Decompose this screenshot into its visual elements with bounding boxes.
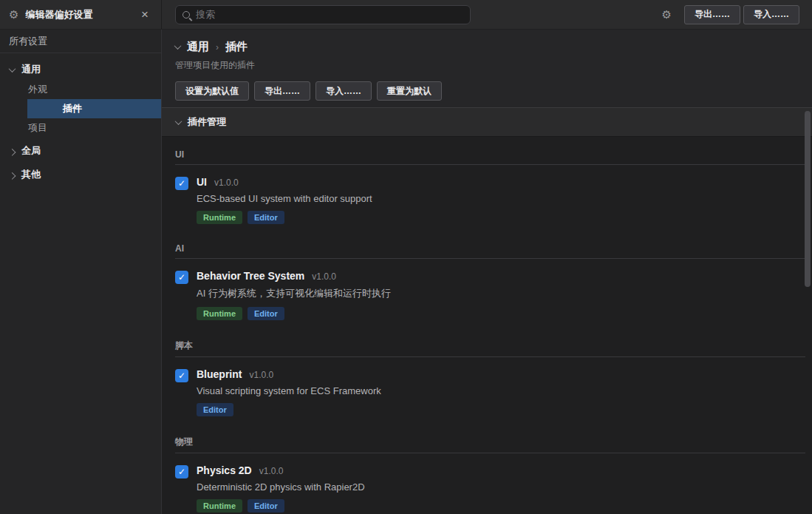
plugin-tags: Editor — [197, 403, 381, 416]
plugin-description: AI 行为树系统，支持可视化编辑和运行时执行 — [197, 287, 391, 300]
search-box[interactable] — [175, 5, 471, 24]
breadcrumb: 通用 › 插件 — [175, 40, 812, 54]
page-header: 通用 › 插件 管理项目使用的插件 设置为默认值 导出…… 导入…… 重置为默认 — [162, 30, 812, 107]
plugin-checkbox[interactable]: ✓ — [175, 177, 188, 190]
breadcrumb-parent[interactable]: 通用 — [187, 40, 209, 54]
plugin-version: v1.0.0 — [312, 271, 336, 282]
page-title: 插件 — [225, 40, 248, 54]
plugin-description: Visual scripting system for ECS Framewor… — [197, 385, 381, 396]
toolbar: ⚙ 导出…… 导入…… — [162, 0, 812, 30]
category-label: AI — [175, 243, 805, 259]
scrollbar-thumb[interactable] — [805, 111, 811, 287]
dialog-title: 编辑器偏好设置 — [25, 8, 137, 21]
search-icon — [182, 11, 190, 18]
sidebar-group-other[interactable]: 其他 — [0, 164, 161, 185]
search-input[interactable] — [196, 9, 463, 20]
plugin-category-ai: AI ✓ Behavior Tree System v1.0.0 AI 行为树系… — [175, 243, 805, 320]
sidebar-item-all-settings[interactable]: 所有设置 — [0, 30, 161, 53]
dialog-title-bar: ⚙ 编辑器偏好设置 × — [0, 0, 162, 30]
plugin-version: v1.0.0 — [214, 177, 239, 188]
import-button[interactable]: 导入…… — [743, 5, 799, 24]
sidebar-item-appearance[interactable]: 外观 — [0, 80, 161, 99]
chevron-down-icon[interactable] — [174, 42, 182, 50]
action-buttons: 设置为默认值 导出…… 导入…… 重置为默认 — [175, 81, 812, 101]
editor-badge: Editor — [248, 211, 284, 224]
plugin-checkbox[interactable]: ✓ — [175, 271, 188, 284]
body: 所有设置 通用 外观 插件 项目 全局 其他 — [0, 30, 812, 514]
editor-badge: Editor — [248, 307, 284, 320]
plugin-category-ui: UI ✓ UI v1.0.0 ECS-based UI system with … — [175, 149, 805, 224]
plugin-category-physics: 物理 ✓ Physics 2D v1.0.0 Deterministic 2D … — [175, 436, 805, 513]
settings-sidebar: 所有设置 通用 外观 插件 项目 全局 其他 — [0, 30, 162, 514]
chevron-right-icon — [9, 172, 16, 179]
plugin-row: ✓ Physics 2D v1.0.0 Deterministic 2D phy… — [175, 464, 805, 513]
sidebar-group-general[interactable]: 通用 — [0, 59, 161, 80]
preferences-window: ⚙ 编辑器偏好设置 × ⚙ 导出…… 导入…… 所有设置 通用 外观 — [0, 0, 812, 514]
plugin-info: UI v1.0.0 ECS-based UI system with edito… — [197, 176, 372, 224]
plugin-list: UI ✓ UI v1.0.0 ECS-based UI system with … — [162, 137, 812, 514]
category-label: 脚本 — [175, 339, 805, 357]
plugin-row: ✓ UI v1.0.0 ECS-based UI system with edi… — [175, 176, 805, 224]
page-subtitle: 管理项目使用的插件 — [175, 59, 812, 72]
main-panel: 通用 › 插件 管理项目使用的插件 设置为默认值 导出…… 导入…… 重置为默认… — [162, 30, 812, 514]
editor-badge: Editor — [248, 499, 284, 513]
plugin-name: Blueprint — [197, 368, 242, 380]
plugin-tags: Runtime Editor — [197, 307, 391, 320]
section-plugin-management[interactable]: 插件管理 — [162, 107, 812, 137]
settings-tree: 通用 外观 插件 项目 全局 其他 — [0, 53, 161, 185]
plugin-name: Behavior Tree System — [197, 270, 304, 282]
settings-gear-icon[interactable]: ⚙ — [662, 9, 672, 20]
plugin-tags: Runtime Editor — [197, 499, 365, 513]
sidebar-group-label: 其他 — [21, 168, 41, 181]
breadcrumb-separator: › — [216, 42, 219, 53]
plugin-description: ECS-based UI system with editor support — [197, 193, 372, 204]
plugin-info: Behavior Tree System v1.0.0 AI 行为树系统，支持可… — [197, 270, 391, 320]
plugin-version: v1.0.0 — [259, 466, 284, 476]
category-label: 物理 — [175, 436, 805, 453]
plugin-checkbox[interactable]: ✓ — [175, 465, 188, 479]
editor-badge: Editor — [197, 403, 233, 416]
plugin-row: ✓ Behavior Tree System v1.0.0 AI 行为树系统，支… — [175, 270, 805, 320]
sidebar-group-label: 全局 — [21, 144, 41, 158]
runtime-badge: Runtime — [197, 307, 242, 320]
plugin-name: UI — [197, 176, 207, 188]
plugin-category-script: 脚本 ✓ Blueprint v1.0.0 Visual scripting s… — [175, 339, 805, 416]
export-settings-button[interactable]: 导出…… — [254, 81, 310, 101]
export-button[interactable]: 导出…… — [684, 5, 740, 24]
sidebar-group-label: 通用 — [21, 63, 41, 76]
chevron-down-icon — [175, 118, 182, 125]
sidebar-item-project[interactable]: 项目 — [0, 118, 161, 138]
top-bar: ⚙ 编辑器偏好设置 × ⚙ 导出…… 导入…… — [0, 0, 812, 30]
import-settings-button[interactable]: 导入…… — [315, 81, 372, 101]
chevron-right-icon — [9, 148, 16, 155]
section-title: 插件管理 — [188, 115, 226, 129]
close-icon[interactable]: × — [137, 7, 152, 22]
runtime-badge: Runtime — [197, 211, 242, 224]
set-as-default-button[interactable]: 设置为默认值 — [175, 81, 249, 101]
gear-icon: ⚙ — [9, 9, 18, 20]
chevron-down-icon — [9, 65, 16, 72]
plugin-row: ✓ Blueprint v1.0.0 Visual scripting syst… — [175, 368, 805, 416]
plugin-name: Physics 2D — [197, 464, 252, 476]
category-label: UI — [175, 149, 805, 165]
sidebar-item-plugins[interactable]: 插件 — [27, 99, 161, 118]
reset-to-default-button[interactable]: 重置为默认 — [377, 81, 442, 101]
plugin-version: v1.0.0 — [249, 370, 273, 380]
plugin-description: Deterministic 2D physics with Rapier2D — [197, 481, 365, 493]
plugin-info: Physics 2D v1.0.0 Deterministic 2D physi… — [197, 464, 365, 513]
plugin-info: Blueprint v1.0.0 Visual scripting system… — [197, 368, 381, 416]
plugin-tags: Runtime Editor — [197, 211, 372, 224]
sidebar-group-global[interactable]: 全局 — [0, 141, 161, 161]
plugin-checkbox[interactable]: ✓ — [175, 369, 188, 382]
runtime-badge: Runtime — [197, 499, 242, 513]
